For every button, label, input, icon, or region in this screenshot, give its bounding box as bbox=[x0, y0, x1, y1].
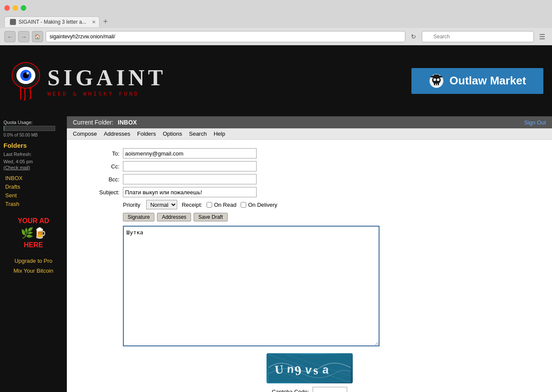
maximize-window-button[interactable] bbox=[21, 5, 26, 11]
nav-folders[interactable]: Folders bbox=[137, 131, 156, 137]
logo-sigaint-text: SIGAINT bbox=[47, 65, 166, 90]
logo-area: SIGAINT Weed & Whisky Fund bbox=[9, 60, 166, 101]
home-button[interactable]: 🏠 bbox=[32, 31, 43, 42]
close-window-button[interactable] bbox=[4, 5, 10, 11]
cc-input[interactable] bbox=[123, 161, 257, 171]
to-row: To: bbox=[93, 148, 526, 159]
nav-help[interactable]: Help bbox=[213, 131, 225, 137]
mix-bitcoin-link[interactable]: Mix Your Bitcoin bbox=[3, 268, 63, 274]
tab-title: SIGAINT - Making 3 letter a... bbox=[19, 19, 86, 25]
compose-textarea[interactable] bbox=[123, 226, 380, 346]
browser-chrome: SIGAINT - Making 3 letter a... ✕ + ← → 🏠… bbox=[0, 0, 552, 45]
svg-rect-7 bbox=[434, 83, 439, 85]
list-item: Drafts bbox=[3, 183, 63, 190]
outlaw-market-button[interactable]: Outlaw Market bbox=[411, 68, 543, 94]
folder-bar: Current Folder: INBOX Sign Out bbox=[67, 116, 552, 128]
subject-input[interactable] bbox=[123, 187, 257, 197]
list-item: INBOX bbox=[3, 174, 63, 182]
signature-button[interactable]: Signature bbox=[123, 213, 154, 221]
browser-titlebar bbox=[0, 0, 552, 16]
list-item: Trash bbox=[3, 200, 63, 208]
current-folder-name: INBOX bbox=[118, 119, 137, 126]
svg-point-8 bbox=[433, 78, 436, 81]
on-delivery-checkbox[interactable] bbox=[241, 202, 246, 208]
upgrade-link[interactable]: Upgrade to Pro bbox=[3, 258, 63, 264]
tab-bar: SIGAINT - Making 3 letter a... ✕ + bbox=[0, 16, 552, 28]
priority-label: Priority bbox=[123, 202, 140, 208]
new-tab-button[interactable]: + bbox=[100, 16, 111, 28]
address-input[interactable] bbox=[46, 31, 405, 42]
sign-out-link[interactable]: Sign Out bbox=[524, 119, 546, 126]
logo-tagline-text: Weed & Whisky Fund bbox=[47, 90, 166, 97]
main-content: Current Folder: INBOX Sign Out Compose A… bbox=[67, 116, 552, 392]
captcha-svg: U n 9 v s a bbox=[269, 355, 351, 383]
sidebar-item-drafts[interactable]: Drafts bbox=[3, 183, 63, 190]
check-mail-anchor[interactable]: (Check mail) bbox=[3, 165, 30, 170]
on-delivery-label: On Delivery bbox=[241, 202, 277, 208]
check-mail-link[interactable]: (Check mail) bbox=[3, 165, 63, 170]
folder-list: INBOX Drafts Sent Trash bbox=[3, 174, 63, 208]
browser-tab[interactable]: SIGAINT - Making 3 letter a... ✕ bbox=[4, 16, 100, 27]
logo-icon bbox=[9, 60, 43, 101]
reload-button[interactable]: ↻ bbox=[408, 33, 419, 40]
main-layout: Quota Usage: 0.0% of 50.00 MB Folders La… bbox=[0, 116, 552, 392]
to-label: To: bbox=[93, 150, 123, 157]
outlaw-market-label: Outlaw Market bbox=[449, 74, 526, 87]
quota-label: Quota Usage: bbox=[3, 120, 63, 125]
priority-select[interactable]: Normal High Low bbox=[146, 200, 177, 209]
nav-bar: Compose Addresses Folders Options Search… bbox=[67, 128, 552, 140]
tab-close-button[interactable]: ✕ bbox=[92, 19, 96, 25]
browser-menu-button[interactable]: ☰ bbox=[536, 33, 548, 41]
svg-rect-11 bbox=[437, 84, 438, 85]
traffic-lights bbox=[4, 5, 26, 11]
ad-block: YOUR AD 🌿🍺 HERE bbox=[3, 216, 63, 250]
sidebar: Quota Usage: 0.0% of 50.00 MB Folders La… bbox=[0, 116, 67, 392]
browser-search-input[interactable] bbox=[422, 31, 534, 42]
compose-buttons: Signature Addresses Save Draft bbox=[123, 213, 526, 221]
on-read-checkbox[interactable] bbox=[207, 202, 212, 208]
to-input[interactable] bbox=[123, 148, 257, 159]
cc-label: Cc: bbox=[93, 163, 123, 170]
subject-label: Subject: bbox=[93, 189, 123, 196]
tab-favicon bbox=[10, 19, 16, 25]
quota-bar bbox=[3, 126, 55, 131]
folders-title: Folders bbox=[3, 142, 63, 149]
back-button[interactable]: ← bbox=[4, 31, 16, 42]
nav-compose[interactable]: Compose bbox=[73, 131, 97, 137]
quota-bar-fill bbox=[4, 126, 4, 131]
bcc-row: Bcc: bbox=[93, 174, 526, 184]
forward-button[interactable]: → bbox=[18, 31, 29, 42]
save-draft-button[interactable]: Save Draft bbox=[194, 213, 228, 221]
last-refresh-label: Last Refresh: bbox=[3, 151, 63, 158]
ad-your-text: YOUR AD bbox=[3, 216, 63, 226]
current-folder-label: Current Folder: INBOX bbox=[73, 119, 137, 126]
sidebar-item-inbox[interactable]: INBOX bbox=[3, 174, 63, 182]
compose-area: To: Cc: Bcc: Subject: Priority bbox=[67, 140, 552, 392]
addresses-button[interactable]: Addresses bbox=[157, 213, 191, 221]
svg-text:v: v bbox=[304, 363, 312, 376]
captcha-row: Captcha Code: bbox=[93, 387, 526, 392]
last-refresh-time: Wed, 4:05 pm bbox=[3, 158, 63, 165]
bcc-input[interactable] bbox=[123, 174, 257, 184]
quota-text: 0.0% of 50.00 MB bbox=[3, 133, 63, 137]
captcha-image: U n 9 v s a bbox=[267, 353, 353, 383]
svg-point-4 bbox=[26, 72, 29, 75]
svg-rect-13 bbox=[434, 75, 439, 78]
ad-here-text: HERE bbox=[3, 240, 63, 250]
svg-text:U: U bbox=[274, 362, 284, 376]
nav-addresses[interactable]: Addresses bbox=[104, 131, 130, 137]
svg-point-9 bbox=[437, 78, 439, 81]
minimize-window-button[interactable] bbox=[13, 5, 18, 11]
nav-options[interactable]: Options bbox=[163, 131, 182, 137]
logo-text-area: SIGAINT Weed & Whisky Fund bbox=[47, 65, 166, 97]
outlaw-icon bbox=[429, 73, 444, 89]
svg-text:n: n bbox=[286, 362, 294, 376]
svg-rect-10 bbox=[435, 84, 436, 85]
captcha-input[interactable] bbox=[313, 387, 347, 392]
sidebar-item-sent[interactable]: Sent bbox=[3, 192, 63, 199]
nav-search[interactable]: Search bbox=[189, 131, 207, 137]
current-folder-prefix: Current Folder: bbox=[73, 119, 113, 126]
cc-row: Cc: bbox=[93, 161, 526, 171]
on-read-label: On Read bbox=[207, 202, 236, 208]
sidebar-item-trash[interactable]: Trash bbox=[3, 200, 63, 208]
